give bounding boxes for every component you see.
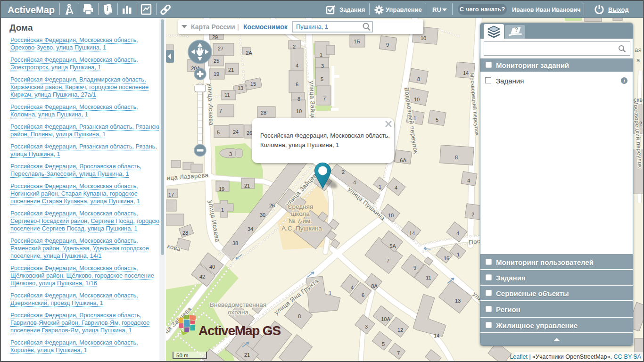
svg-text:7: 7 xyxy=(219,108,222,114)
svg-text:5: 5 xyxy=(321,76,323,82)
svg-text:7: 7 xyxy=(397,350,400,356)
svg-text:А.С. Пушкина: А.С. Пушкина xyxy=(281,225,322,232)
svg-text:Российская Федерация, Московск: Российская Федерация, Московская область… xyxy=(260,132,390,139)
svg-text:а: а xyxy=(636,57,640,64)
svg-text:улица Исаева: улица Исаева xyxy=(206,83,215,126)
svg-text:14: 14 xyxy=(434,333,439,338)
svg-text:10: 10 xyxy=(414,97,420,102)
svg-text:28: 28 xyxy=(182,230,188,236)
svg-text:16: 16 xyxy=(444,255,449,261)
svg-text:13: 13 xyxy=(455,298,461,304)
svg-text:Карта России: Карта России xyxy=(191,23,235,31)
svg-text:21: 21 xyxy=(228,67,234,73)
svg-text:4: 4 xyxy=(353,180,356,185)
svg-text:5А: 5А xyxy=(389,243,396,249)
svg-text:15: 15 xyxy=(250,81,256,87)
svg-text:2: 2 xyxy=(471,212,474,217)
svg-text:26: 26 xyxy=(269,203,275,208)
svg-text:Вневедомственная: Вневедомственная xyxy=(210,301,266,308)
svg-text:42: 42 xyxy=(199,274,205,280)
svg-text:30: 30 xyxy=(260,212,265,218)
svg-text:3: 3 xyxy=(321,63,324,69)
svg-text:Космоснимок: Космоснимок xyxy=(243,23,288,31)
svg-text:охрана: охрана xyxy=(228,309,249,316)
svg-text:1: 1 xyxy=(320,52,322,58)
svg-text:10А: 10А xyxy=(381,316,390,322)
svg-text:6А: 6А xyxy=(400,157,406,163)
svg-text:Пушкина, 1: Пушкина, 1 xyxy=(296,23,328,30)
svg-text:?: ? xyxy=(515,26,518,33)
svg-text:3: 3 xyxy=(229,151,232,157)
svg-text:4: 4 xyxy=(351,285,354,290)
svg-text:Коломна, улица Пушкина, 1: Коломна, улица Пушкина, 1 xyxy=(260,141,339,148)
svg-text:12: 12 xyxy=(397,327,403,333)
svg-text:8: 8 xyxy=(455,155,458,160)
svg-text:7: 7 xyxy=(323,96,326,101)
svg-text:ая: ая xyxy=(635,46,642,53)
svg-text:1: 1 xyxy=(329,290,331,296)
svg-text:11: 11 xyxy=(224,92,230,98)
svg-text:21: 21 xyxy=(244,352,250,358)
svg-text:10: 10 xyxy=(421,35,426,41)
svg-text:19: 19 xyxy=(214,71,219,77)
svg-text:2: 2 xyxy=(293,44,296,49)
svg-text:|: | xyxy=(237,23,239,31)
svg-text:29: 29 xyxy=(212,34,218,40)
svg-text:10: 10 xyxy=(296,108,302,114)
svg-text:1: 1 xyxy=(379,184,381,189)
svg-text:38: 38 xyxy=(232,240,238,246)
svg-text:5: 5 xyxy=(436,117,438,123)
svg-text:50 m: 50 m xyxy=(176,353,189,358)
svg-text:4: 4 xyxy=(296,63,298,68)
svg-text:28: 28 xyxy=(261,110,266,115)
svg-text:8: 8 xyxy=(297,96,300,102)
svg-text:8: 8 xyxy=(417,76,420,82)
svg-text:6: 6 xyxy=(296,82,298,87)
svg-text:8А: 8А xyxy=(371,283,378,289)
svg-text:школа: школа xyxy=(291,210,310,217)
svg-text:13: 13 xyxy=(238,85,243,91)
svg-text:19: 19 xyxy=(219,186,224,192)
svg-text:17: 17 xyxy=(168,192,174,197)
svg-text:№ 7 им.: № 7 им. xyxy=(289,217,312,224)
svg-text:9: 9 xyxy=(386,42,389,48)
svg-text:2А: 2А xyxy=(246,50,252,56)
svg-text:24: 24 xyxy=(233,129,239,135)
svg-text:8: 8 xyxy=(298,313,301,319)
svg-text:1: 1 xyxy=(221,207,224,213)
svg-text:25: 25 xyxy=(214,58,219,64)
svg-text:1Б: 1Б xyxy=(354,39,360,44)
svg-text:ActiveMap GS: ActiveMap GS xyxy=(198,323,281,338)
svg-text:4: 4 xyxy=(467,178,470,183)
svg-text:4: 4 xyxy=(395,185,397,190)
svg-text:9: 9 xyxy=(413,265,416,271)
svg-text:11: 11 xyxy=(426,275,431,280)
svg-text:14: 14 xyxy=(463,70,469,76)
svg-text:34: 34 xyxy=(248,226,253,232)
svg-text:Средняя: Средняя xyxy=(288,203,313,210)
svg-text:7: 7 xyxy=(387,258,389,263)
svg-text:40: 40 xyxy=(209,264,215,270)
svg-text:5: 5 xyxy=(382,341,385,347)
svg-text:26: 26 xyxy=(247,130,252,136)
svg-text:2: 2 xyxy=(342,169,345,175)
svg-text:3: 3 xyxy=(365,324,368,329)
svg-text:5: 5 xyxy=(217,130,220,135)
svg-text:Leaflet | «Участники OpenStree: Leaflet | «Участники OpenStreetMap», CC-… xyxy=(510,354,641,360)
svg-text:10: 10 xyxy=(388,213,394,218)
svg-text:1: 1 xyxy=(457,252,460,257)
svg-text:14: 14 xyxy=(409,230,415,236)
svg-text:21: 21 xyxy=(244,183,250,189)
svg-text:6: 6 xyxy=(362,292,364,298)
svg-text:27: 27 xyxy=(218,46,223,51)
svg-text:4: 4 xyxy=(456,230,459,236)
